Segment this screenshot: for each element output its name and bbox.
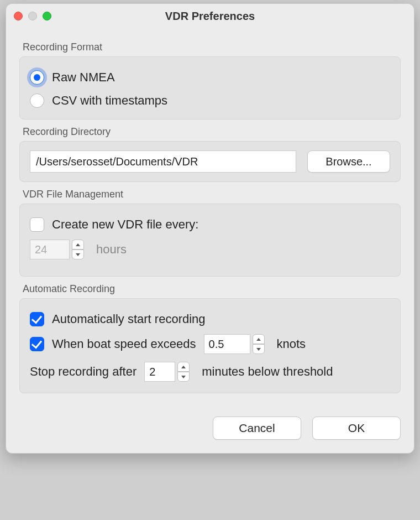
radio-csv-timestamps-label: CSV with timestamps — [52, 93, 167, 108]
create-new-file-checkbox[interactable] — [30, 217, 44, 232]
automatic-recording-label: Automatic Recording — [23, 283, 401, 295]
chevron-down-icon — [181, 376, 186, 378]
auto-start-label: Automatically start recording — [52, 312, 206, 326]
chevron-down-icon — [76, 253, 80, 256]
stop-after-step-down[interactable] — [177, 372, 190, 382]
titlebar: VDR Preferences — [6, 4, 414, 28]
interval-input — [30, 240, 70, 259]
window-title: VDR Preferences — [6, 10, 414, 23]
radio-raw-nmea-label: Raw NMEA — [52, 70, 115, 85]
stop-after-input[interactable] — [144, 362, 175, 382]
chevron-up-icon — [256, 338, 261, 341]
speed-input[interactable] — [204, 334, 250, 354]
stop-after-suffix: minutes below threshold — [202, 365, 333, 379]
radio-csv-timestamps-control[interactable] — [30, 93, 44, 108]
recording-directory-label: Recording Directory — [23, 126, 401, 138]
automatic-recording-section: Automatically start recording When boat … — [19, 298, 401, 393]
interval-unit-label: hours — [96, 242, 127, 257]
chevron-up-icon — [181, 366, 186, 368]
auto-start-row[interactable]: Automatically start recording — [30, 312, 390, 326]
speed-step-up[interactable] — [253, 334, 265, 344]
recording-format-section: Raw NMEA CSV with timestamps — [19, 56, 401, 119]
footer: Cancel OK — [6, 404, 414, 453]
speed-stepper-wrap — [204, 334, 265, 354]
recording-directory-section: Browse... — [19, 141, 401, 182]
interval-step-down — [72, 249, 84, 259]
recording-directory-input[interactable] — [30, 150, 296, 173]
browse-button[interactable]: Browse... — [307, 150, 390, 173]
chevron-down-icon — [256, 348, 261, 351]
radio-csv-timestamps[interactable]: CSV with timestamps — [30, 93, 390, 108]
cancel-button[interactable]: Cancel — [213, 417, 301, 440]
stop-after-stepper-buttons[interactable] — [177, 362, 190, 382]
speed-unit-label: knots — [277, 337, 306, 351]
chevron-up-icon — [76, 243, 80, 246]
radio-raw-nmea[interactable]: Raw NMEA — [30, 70, 390, 85]
interval-stepper — [30, 240, 84, 259]
speed-stepper-buttons[interactable] — [253, 334, 265, 354]
ok-button[interactable]: OK — [312, 417, 401, 440]
speed-exceeds-label: When boat speed exceeds — [52, 337, 196, 351]
stop-after-step-up[interactable] — [177, 362, 190, 372]
speed-step-down[interactable] — [253, 344, 265, 354]
file-management-section: Create new VDR file every: hours — [19, 204, 401, 277]
radio-raw-nmea-control[interactable] — [30, 70, 44, 85]
create-new-file-row[interactable]: Create new VDR file every: — [30, 217, 390, 232]
recording-format-label: Recording Format — [23, 41, 401, 53]
content: Recording Format Raw NMEA CSV with times… — [6, 28, 414, 404]
speed-exceeds-checkbox[interactable] — [30, 337, 44, 351]
stop-after-prefix: Stop recording after — [30, 365, 136, 379]
preferences-window: VDR Preferences Recording Format Raw NME… — [6, 3, 414, 454]
auto-start-checkbox[interactable] — [30, 312, 44, 326]
interval-stepper-buttons — [72, 240, 84, 259]
stop-after-stepper-wrap — [144, 362, 190, 382]
create-new-file-label: Create new VDR file every: — [52, 217, 198, 232]
interval-step-up — [72, 240, 84, 249]
file-management-label: VDR File Management — [23, 189, 401, 200]
stop-after-row: Stop recording after minutes below thres… — [30, 362, 390, 382]
create-new-interval-row: hours — [30, 240, 390, 259]
speed-exceeds-row[interactable]: When boat speed exceeds knots — [30, 334, 390, 354]
